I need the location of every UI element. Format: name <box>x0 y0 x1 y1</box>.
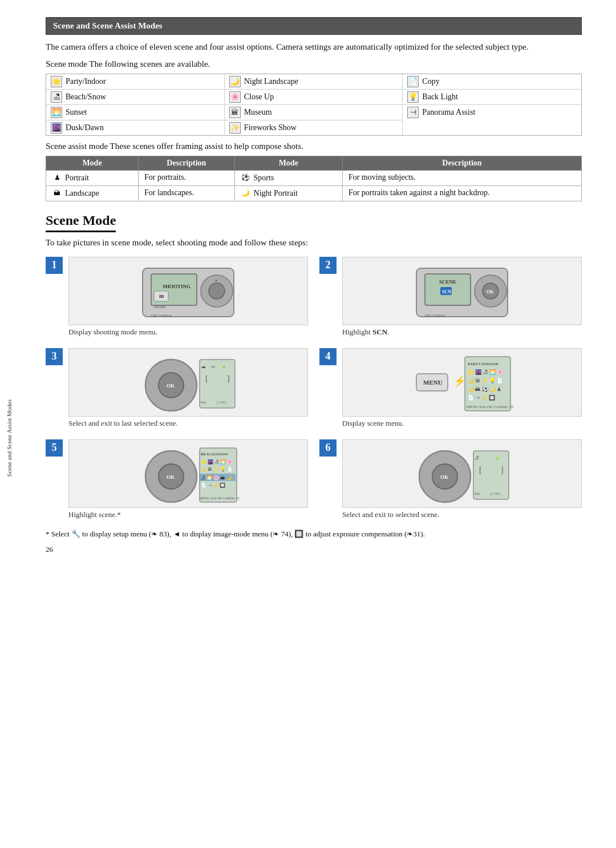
copy-icon: 📄 <box>407 76 419 87</box>
step-1-row: 1 SHOOTING m MODE ▲ <box>46 257 308 325</box>
svg-point-7 <box>209 283 225 299</box>
svg-text:🌙 🏛 ✨ 💡 📄: 🌙 🏛 ✨ 💡 📄 <box>468 377 504 384</box>
assist-mode-portrait: ♟ Portrait <box>46 170 139 185</box>
step-3-caption: Select and exit to last selected scene. <box>46 419 308 428</box>
portrait-label: Portrait <box>65 173 89 183</box>
step-1-image: SHOOTING m MODE ▲ OK Confirm <box>68 257 308 325</box>
landscape-icon: 🏔 <box>52 188 62 199</box>
step-4-number: 4 <box>319 348 337 365</box>
step-4-diagram: MENU ⚡ PARTY/INDOOR 🌟 🌆 🏖 🌅 🌸 🌙 🏛 ✨ 💡 📄 … <box>411 348 513 417</box>
step-6-row: 6 OK [ ] 6m [ 131] 🏖 🔋 <box>319 439 582 508</box>
step-2-diagram: SCENE SCN OK OK Confirm <box>411 260 513 322</box>
svg-text:📄 ⊣ ⚡ 🔲: 📄 ⊣ ⚡ 🔲 <box>468 394 496 401</box>
svg-text:SCENE: SCENE <box>439 279 456 285</box>
svg-text:OK: OK <box>167 474 175 480</box>
svg-text:🌙 🏛 ✨ 💡 📄: 🌙 🏛 ✨ 💡 📄 <box>201 466 233 472</box>
svg-text:MODE: MODE <box>154 305 166 309</box>
scene-col-2: 🌙 Night Landscape 🌸 Close Up 🏛 Museum ✨ … <box>225 74 403 135</box>
svg-text:]: ] <box>227 374 230 383</box>
step-6-diagram: OK [ ] 6m [ 131] 🏖 🔋 <box>411 439 513 508</box>
fireworks-icon: ✨ <box>229 122 241 134</box>
step-1-diagram: SHOOTING m MODE ▲ OK Confirm <box>137 260 240 322</box>
svg-text:]: ] <box>501 466 504 474</box>
svg-text:🌟 🌆 🏖 🌅 🌸: 🌟 🌆 🏖 🌅 🌸 <box>201 459 233 465</box>
assist-row-2: 🏔 Landscape For landscapes. 🌙 Night Port… <box>46 185 582 201</box>
scene-night-landscape: 🌙 Night Landscape <box>225 74 403 90</box>
sports-icon: ⚽ <box>241 173 251 183</box>
svg-text:MENU Exit  OK Confirm ? Help: MENU Exit OK Confirm ? Help <box>200 496 240 500</box>
svg-text:OK Confirm: OK Confirm <box>151 313 172 318</box>
scene-copy: 📄 Copy <box>403 74 581 90</box>
scene-night-landscape-label: Night Landscape <box>244 77 298 86</box>
intro-text: The camera offers a choice of eleven sce… <box>46 41 582 54</box>
scene-museum: 🏛 Museum <box>225 105 403 120</box>
step-5-image: OK BEACH/SNOW 🌟 🌆 🏖 🌅 🌸 🌙 🏛 ✨ 💡 📄 🏖 🌅 🌸 … <box>68 439 308 508</box>
svg-text:🏖 🌅 🌸 🏔 🌙: 🏖 🌅 🌸 🏔 🌙 <box>201 475 232 480</box>
step-2-caption: Highlight SCN. <box>319 328 582 337</box>
scene-party-label: Party/Indoor <box>66 77 106 86</box>
step-3-number: 3 <box>46 348 63 365</box>
scene-museum-label: Museum <box>244 108 272 117</box>
svg-text:☁: ☁ <box>201 364 206 369</box>
scene-mode-subheading: Scene mode The following scenes are avai… <box>46 59 582 69</box>
scene-closeup: 🌸 Close Up <box>225 90 403 105</box>
step-5-row: 5 OK BEACH/SNOW 🌟 🌆 🏖 🌅 🌸 🌙 🏛 ✨ 💡 📄 🏖 🌅 … <box>46 439 308 508</box>
scene-party: 🌟 Party/Indoor <box>46 74 225 90</box>
assist-header-mode2: Mode <box>234 156 342 170</box>
assist-mode-sports: ⚽ Sports <box>234 170 342 185</box>
party-icon: 🌟 <box>51 76 62 87</box>
step-4-caption: Display scene menu. <box>319 419 582 428</box>
night-portrait-label: Night Portrait <box>254 189 298 198</box>
assist-desc-landscape: For landscapes. <box>138 185 234 201</box>
svg-text:SCN: SCN <box>442 289 451 294</box>
svg-text:🔋: 🔋 <box>221 364 226 369</box>
assist-header-desc2: Description <box>342 156 581 170</box>
scene-fireworks: ✨ Fireworks Show <box>225 120 403 135</box>
svg-text:50: 50 <box>211 365 216 369</box>
assist-mode-landscape: 🏔 Landscape <box>46 185 139 201</box>
svg-text:PARTY/INDOOR: PARTY/INDOOR <box>468 362 499 366</box>
step-5-diagram: OK BEACH/SNOW 🌟 🌆 🏖 🌅 🌸 🌙 🏛 ✨ 💡 📄 🏖 🌅 🌸 … <box>137 439 240 508</box>
step-5-number: 5 <box>46 439 63 457</box>
scene-dusk-label: Dusk/Dawn <box>66 123 104 132</box>
museum-icon: 🏛 <box>229 107 241 118</box>
svg-text:6m: 6m <box>201 400 206 405</box>
step-2-block: 2 SCENE SCN OK OK Confirm Highlight SCN. <box>319 257 582 337</box>
step-2-number: 2 <box>319 257 337 274</box>
closeup-icon: 🌸 <box>229 91 241 103</box>
assist-desc-sports: For moving subjects. <box>342 170 581 185</box>
assist-header-desc1: Description <box>138 156 234 170</box>
svg-text:OK: OK <box>440 474 448 480</box>
scene-beach: 🏖 Beach/Snow <box>46 90 225 105</box>
scene-mode-title: Scene Mode <box>46 213 116 232</box>
svg-text:🏖: 🏖 <box>475 455 479 461</box>
svg-text:MENU Exit  OK Confirm ? Help: MENU Exit OK Confirm ? Help <box>467 405 513 409</box>
scene-sunset: 🌅 Sunset <box>46 105 225 120</box>
svg-text:6m: 6m <box>475 491 480 496</box>
svg-text:[ 131]: [ 131] <box>491 491 500 496</box>
step-2-row: 2 SCENE SCN OK OK Confirm <box>319 257 582 325</box>
scene-sunset-label: Sunset <box>66 108 87 117</box>
sunset-icon: 🌅 <box>51 107 62 118</box>
scene-backlight: 💡 Back Light <box>403 90 581 105</box>
page-number: 26 <box>46 545 582 554</box>
footnote: * Select 🔧 to display setup menu (❧ 83),… <box>46 528 582 540</box>
step-3-row: 3 OK [ ] 6m [ 131] ☁ 50 <box>46 348 308 417</box>
step-2-image: SCENE SCN OK OK Confirm <box>342 257 582 325</box>
svg-text:SHOOTING: SHOOTING <box>163 284 191 289</box>
svg-text:[: [ <box>479 466 482 474</box>
svg-text:OK: OK <box>167 383 175 389</box>
step-3-block: 3 OK [ ] 6m [ 131] ☁ 50 <box>46 348 308 428</box>
step-6-image: OK [ ] 6m [ 131] 🏖 🔋 <box>342 439 582 508</box>
night-portrait-icon: 🌙 <box>241 188 251 199</box>
step-4-image: MENU ⚡ PARTY/INDOOR 🌟 🌆 🏖 🌅 🌸 🌙 🏛 ✨ 💡 📄 … <box>342 348 582 417</box>
section-header: Scene and Scene Assist Modes <box>46 17 582 35</box>
step-3-diagram: OK [ ] 6m [ 131] ☁ 50 🔋 <box>137 348 240 417</box>
step-6-number: 6 <box>319 439 337 457</box>
svg-text:BEACH/SNOW: BEACH/SNOW <box>201 452 228 457</box>
assist-row-1: ♟ Portrait For portraits. ⚽ Sports For m… <box>46 170 582 185</box>
steps-intro: To take pictures in scene mode, select s… <box>46 238 582 248</box>
scene-panorama: ⊣ Panorama Assist <box>403 105 581 120</box>
svg-text:[ 131]: [ 131] <box>217 400 226 405</box>
dusk-icon: 🌆 <box>51 122 62 134</box>
